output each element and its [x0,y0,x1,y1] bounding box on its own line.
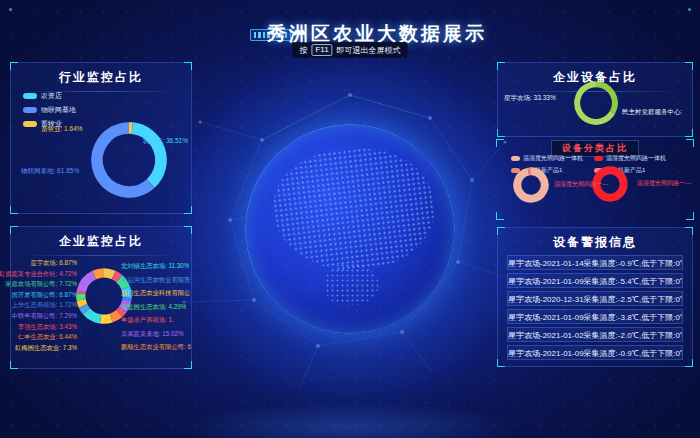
section-device-classify: 设备分类占比 温湿度光照四路一体机 一体机新产品1 温湿度光照四路一体机 一体机… [497,140,693,219]
legend-item[interactable]: 温湿度光照四路一体机 [511,154,583,163]
device-label-xingyu: 星宇农场: 33.33% [504,94,556,103]
panel-device-alarm: 设备警报信息 星宇农场-2021-01-14采集温度:-0.9℃,低于下限:0℃… [497,227,693,367]
chart-label: 国开发有限公司: 6.87% [12,291,77,299]
industry-label-iot: 物联网基地: 61.85% [21,167,79,176]
alarm-row: 星宇农场-2021-01-02采集温度:-2.0℃,低于下限:0℃ [507,327,683,342]
alarm-row: 星宇农场-2020-12-31采集温度:-2.5℃,低于下限:0℃ [507,291,683,306]
industry-label-store: 农资店: 36.51% [143,137,188,146]
world-globe [245,124,455,334]
legend-item-store[interactable]: 农资店 [23,91,76,101]
chart-label: 仁丰生态农业: 6.44% [18,333,77,341]
legend-label: 温湿度光照四路一体机 [606,154,666,163]
industry-label-livestock: 畜牧业: 1.64% [41,125,83,134]
alarm-row: 星宇农场-2021-01-14采集温度:-0.9℃,低于下限:0℃ [507,255,683,270]
fullscreen-tip-prefix: 按 [299,45,307,56]
legend-swatch [23,93,37,99]
classify-pointer-left: 温湿度光照四路一— [554,180,608,189]
alarm-row: 星宇农场-2021-01-09采集温度:-3.8℃,低于下限:0℃ [507,309,683,324]
panel-industry-monitor: 行业监控占比 农资店 物联网基地 畜牧业 畜牧业: 1.64% 农资店: 36.… [10,62,192,214]
panel-enterprise-monitor: 企业监控占比 星宇农场: 6.87% 红旗蔬菜专业合作社: 4.72% 家庭农场… [10,226,192,369]
chart-label: 红旗蔬菜专业合作社: 4.72% [0,270,77,278]
fullscreen-tip: 按 F11 即可退出全屏模式 [292,42,407,58]
corner-dot-right [688,8,691,11]
chart-label: 李强生态农场: 3.43% [18,323,77,331]
chart-label: 大运河生态农牧业有限责任公 [121,276,191,284]
panel-industry-title: 行业监控占比 [11,63,191,86]
industry-donut-chart[interactable] [90,121,168,199]
enterprise-labels-right: 北刘镇生态农场: 11.30% 大运河生态农牧业有限责任公 届门生态农业科技有限… [121,262,191,351]
chart-label: 北刘镇生态农场: 11.30% [121,262,189,270]
classify-donut-left[interactable] [512,166,550,204]
divider [21,255,181,256]
legend-swatch [511,156,520,161]
chart-label: 上华生态养殖场: 1.72% [12,301,77,309]
corner-dot-left [9,8,12,11]
legend-label: 物联网基地 [41,105,76,115]
legend-swatch [23,121,37,127]
device-donut-chart[interactable] [573,80,619,126]
chart-label: 丰源水产养殖场: 1. [121,316,174,324]
f11-keycap: F11 [311,44,332,56]
legend-swatch [23,107,37,113]
panel-alarm-title: 设备警报信息 [498,228,692,251]
legend-item[interactable]: 温湿度光照四路一体机 [594,154,666,163]
chart-label: 中联年有限公司: 7.29% [12,312,77,320]
chart-label: 家庭农场有限公司: 7.72% [5,280,77,288]
enterprise-labels-left: 星宇农场: 6.87% 红旗蔬菜专业合作社: 4.72% 家庭农场有限公司: 7… [13,259,77,352]
panel-enterprise-title: 企业监控占比 [11,227,191,250]
alarm-row: 星宇农场-2021-01-09采集温度:-5.4℃,低于下限:0℃ [507,273,683,288]
chart-label: 星宇农场: 6.87% [30,259,77,267]
panel-enterprise-device: 企业设备占比 星宇农场: 33.33% 民主村党群服务中心: [497,62,693,137]
legend-item-iot[interactable]: 物联网基地 [23,105,76,115]
legend-swatch [594,156,603,161]
classify-pointer-right: 温湿度光照四路一— [637,179,691,188]
chart-label: 海盐园生态农场: 4.29% [121,303,186,311]
chart-label: 瓜果蔬菜基地: 15.02% [121,330,184,338]
globe-continent-south [325,263,380,305]
chart-label: 届门生态农业科技有限公 [121,289,190,297]
alarm-list: 星宇农场-2021-01-14采集温度:-0.9℃,低于下限:0℃ 星宇农场-2… [498,255,692,363]
device-label-minzhu: 民主村党群服务中心: [622,108,682,117]
chart-label: 红梅园生态农业: 7.3% [15,344,77,352]
alarm-row: 星宇农场-2021-01-09采集温度:-0.9℃,低于下限:0℃ [507,345,683,360]
industry-legend: 农资店 物联网基地 畜牧业 [23,91,76,129]
globe-continent [268,140,441,280]
legend-label: 温湿度光照四路一体机 [523,154,583,163]
fullscreen-tip-suffix: 即可退出全屏模式 [337,45,401,56]
chart-label: 鹏顺生态农业有限公司: 6.87% [121,343,191,351]
legend-label: 农资店 [41,91,62,101]
